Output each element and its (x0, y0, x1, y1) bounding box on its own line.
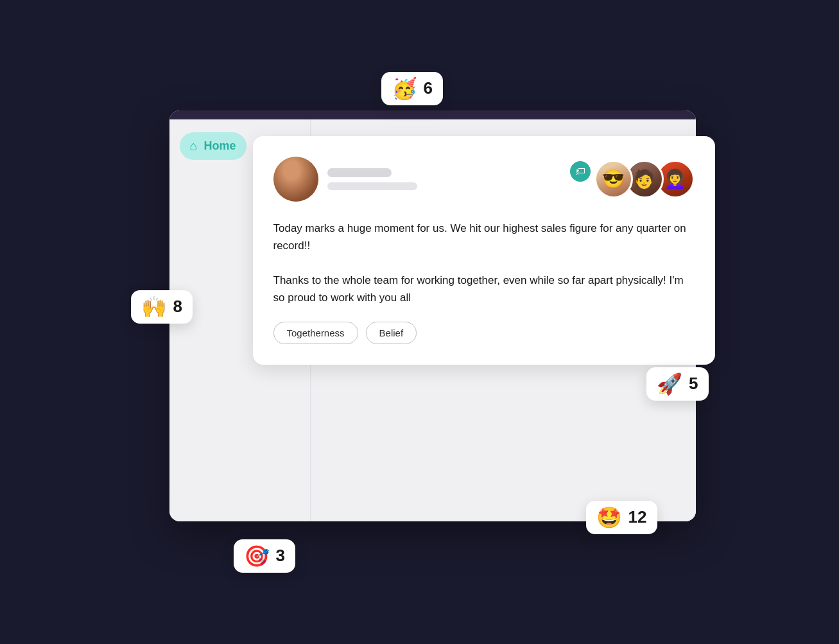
post-tags: Togetherness Belief (273, 322, 695, 344)
reaction-avatars: 🏷 😎 🧑 👩‍🦱 (575, 160, 695, 198)
author-name-bar (327, 168, 392, 177)
clap-count: 8 (173, 297, 182, 317)
star-emoji: 🤩 (596, 507, 622, 528)
post-body: Today marks a huge moment for us. We hit… (273, 220, 695, 307)
author-info (327, 168, 417, 190)
target-emoji: 🎯 (244, 546, 270, 566)
author-sub-bar (327, 182, 417, 190)
star-count: 12 (628, 507, 647, 527)
post-header: 👩 🏷 😎 🧑 👩‍🦱 (273, 157, 695, 202)
post-text-line1: Today marks a huge moment for us. We hit… (273, 220, 695, 254)
tag-togetherness[interactable]: Togetherness (273, 322, 358, 344)
reaction-tag-icon: 🏷 (569, 160, 592, 183)
author-avatar: 👩 (273, 157, 318, 202)
reaction-card-party[interactable]: 🥳 6 (381, 72, 443, 105)
reaction-card-clap[interactable]: 🙌 8 (131, 290, 193, 324)
party-emoji: 🥳 (392, 78, 417, 99)
reaction-card-target[interactable]: 🎯 3 (234, 539, 295, 573)
home-icon: ⌂ (190, 139, 198, 153)
reaction-card-rocket[interactable]: 🚀 5 (646, 367, 708, 401)
post-author: 👩 (273, 157, 417, 202)
post-text-line2: Thanks to the whole team for working tog… (273, 272, 695, 306)
party-count: 6 (424, 78, 433, 98)
post-card: 👩 🏷 😎 🧑 👩‍🦱 (253, 136, 715, 365)
tag-belief[interactable]: Belief (366, 322, 417, 344)
reaction-card-star[interactable]: 🤩 12 (586, 501, 657, 534)
sidebar-item-home[interactable]: ⌂ Home (180, 132, 247, 160)
rocket-emoji: 🚀 (657, 374, 682, 394)
app-header-bar (169, 110, 696, 119)
person-avatar-1: 😎 (594, 160, 633, 198)
scene: ⌂ Home 👩 🏷 (131, 72, 709, 573)
target-count: 3 (276, 546, 285, 566)
author-avatar-img: 👩 (273, 157, 318, 202)
sidebar-item-home-label: Home (204, 139, 236, 153)
clap-emoji: 🙌 (141, 297, 167, 317)
rocket-count: 5 (689, 374, 698, 394)
